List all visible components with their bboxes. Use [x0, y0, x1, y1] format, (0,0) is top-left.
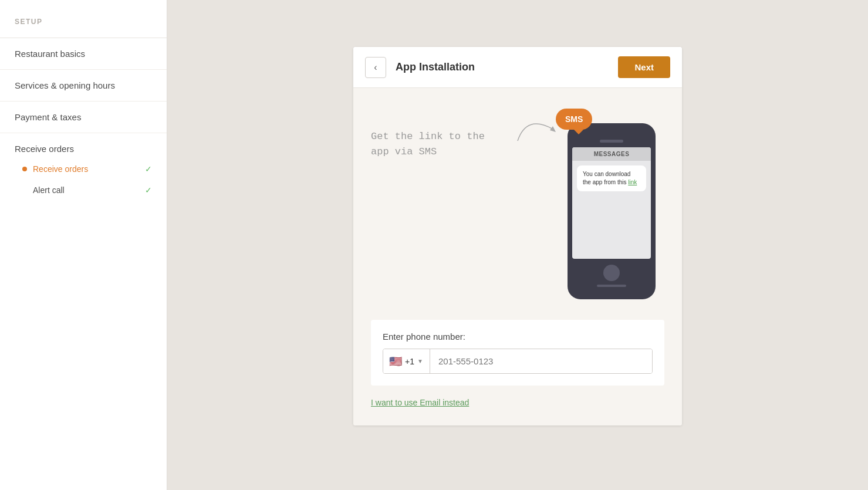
card-body: Get the link to the app via SMS SMS [353, 88, 682, 425]
main-content: ‹ App Installation Next Get the link to … [167, 0, 868, 490]
phone-home-button [603, 265, 620, 281]
curved-arrow-icon [515, 111, 562, 147]
phone-input-row: 🇺🇸 +1 ▼ [383, 349, 653, 374]
next-button[interactable]: Next [618, 56, 670, 78]
sidebar-title: SETUP [0, 18, 167, 38]
sidebar-item-restaurant-basics[interactable]: Restaurant basics [0, 38, 167, 70]
phone-bottom-bar [597, 285, 626, 287]
card-title: App Installation [396, 61, 618, 73]
sidebar: SETUP Restaurant basics Services & openi… [0, 0, 167, 490]
phone-illustration: SMS MESSAGES You can download the app fr… [568, 111, 664, 299]
country-selector[interactable]: 🇺🇸 +1 ▼ [383, 349, 430, 373]
svg-marker-0 [550, 126, 556, 132]
sms-description: Get the link to the app via SMS [371, 111, 515, 159]
phone-number-input[interactable] [430, 349, 652, 373]
sidebar-sub-item-alert-call[interactable]: Alert call ✓ [0, 180, 167, 201]
phone-speaker [600, 140, 623, 143]
country-code: +1 [405, 357, 414, 366]
email-instead-link[interactable]: I want to use Email instead [371, 398, 469, 407]
message-bubble: You can download the app from this link [577, 165, 646, 191]
sms-bubble: SMS [556, 109, 592, 130]
sidebar-item-payment-taxes[interactable]: Payment & taxes [0, 102, 167, 133]
sms-description-line1: Get the link to the [371, 129, 503, 144]
sidebar-sub-item-receive-orders[interactable]: Receive orders ✓ [0, 158, 167, 180]
phone-number-section: Enter phone number: 🇺🇸 +1 ▼ [371, 320, 664, 386]
sms-description-line2: app via SMS [371, 144, 503, 160]
illustration-area: Get the link to the app via SMS SMS [371, 111, 664, 299]
message-link: link [628, 179, 637, 185]
app-installation-card: ‹ App Installation Next Get the link to … [353, 47, 682, 425]
chevron-left-icon: ‹ [374, 62, 377, 73]
messages-header: MESSAGES [572, 147, 651, 161]
phone-body: MESSAGES You can download the app from t… [568, 123, 656, 299]
phone-number-label: Enter phone number: [383, 332, 653, 342]
card-header: ‹ App Installation Next [353, 47, 682, 88]
back-button[interactable]: ‹ [365, 57, 386, 78]
check-icon-receive-orders: ✓ [145, 164, 152, 174]
phone-screen: MESSAGES You can download the app from t… [572, 147, 651, 259]
sidebar-section-receive-orders: Receive orders [0, 133, 167, 158]
country-flag: 🇺🇸 [389, 355, 402, 368]
sidebar-item-services-opening-hours[interactable]: Services & opening hours [0, 70, 167, 102]
check-icon-alert-call: ✓ [145, 185, 152, 195]
dropdown-arrow-icon: ▼ [417, 358, 423, 364]
active-dot [22, 167, 27, 171]
